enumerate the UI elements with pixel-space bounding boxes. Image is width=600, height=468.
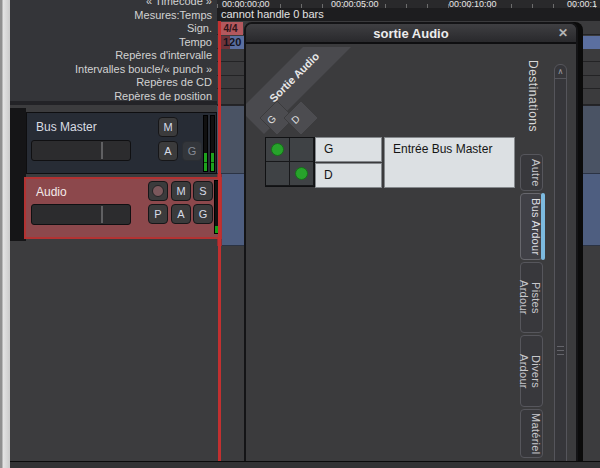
group-button[interactable]: G (182, 141, 202, 161)
matrix-cell[interactable] (290, 138, 313, 161)
gain-fader[interactable] (31, 204, 131, 225)
matrix-cell[interactable] (290, 162, 313, 185)
timecode-ruler[interactable]: 00:00:00:00 00:00:05:00 00:00:10:00 00:0… (217, 0, 600, 8)
level-meter-right (210, 115, 215, 172)
solo-button[interactable]: S (193, 181, 213, 201)
matrix-cell[interactable] (266, 138, 289, 161)
ruler-label-timecode[interactable]: « Timecode » (12, 0, 212, 8)
track-header-bus-master[interactable]: Bus Master M A G (26, 112, 217, 174)
playlist-button[interactable]: P (148, 204, 168, 224)
track-name-label[interactable]: Bus Master (36, 120, 97, 134)
scrollbar-grip[interactable] (557, 346, 564, 357)
matrix-source-title: Sortie Audio (267, 50, 322, 105)
matrix-destination-group: Entrée Bus Master (384, 137, 515, 188)
connection-dot[interactable] (271, 143, 284, 156)
window-bottom-edge (10, 461, 600, 468)
ruler-label-cd-markers[interactable]: Repères de CD (12, 75, 212, 89)
matrix-col-d: D (289, 113, 302, 126)
ruler-label-column: « Timecode » Mesures:Temps Sign. Tempo R… (10, 0, 217, 105)
ruler-label-signature[interactable]: Sign. (12, 21, 212, 35)
mute-button[interactable]: M (171, 181, 191, 201)
tab-pistes-ardour[interactable]: Pistes Ardour (520, 262, 543, 333)
close-icon[interactable]: ✕ (558, 24, 568, 43)
tab-divers-ardour[interactable]: Divers Ardour (520, 335, 543, 407)
measures-ruler[interactable]: cannot handle 0 bars (217, 8, 600, 21)
routing-matrix-grid (265, 137, 315, 187)
fader-handle[interactable] (101, 142, 103, 159)
tab-bus-ardour[interactable]: Bus Ardour (520, 193, 543, 260)
window-left-scrollbar[interactable] (0, 0, 10, 468)
level-meter-left (203, 115, 208, 172)
ruler-label-loop-punch[interactable]: Intervalles boucle/« punch » (12, 62, 212, 76)
mute-button[interactable]: M (158, 117, 178, 137)
gain-fader[interactable] (31, 140, 131, 161)
matrix-row-label-g: G (315, 137, 382, 162)
dialog-vertical-scrollbar[interactable]: ∧ (554, 64, 567, 468)
ruler-label-measures[interactable]: Mesures:Temps (12, 8, 212, 22)
edit-area-left-edge (218, 21, 221, 462)
connection-dot[interactable] (295, 167, 308, 180)
signature-marker[interactable]: 4/4 (218, 22, 243, 35)
dialog-title: sortie Audio (246, 24, 576, 43)
matrix-row-label-d: D (315, 163, 382, 188)
tab-materiel[interactable]: Matériel (520, 409, 543, 458)
automation-button[interactable]: A (158, 141, 178, 161)
ardour-editor-window: « Timecode » Mesures:Temps Sign. Tempo R… (0, 0, 600, 468)
ruler-label-range-markers[interactable]: Repères d'intervalle (12, 48, 212, 62)
group-button[interactable]: G (193, 204, 213, 224)
destinations-heading: Destinations (522, 60, 540, 150)
track-header-audio[interactable]: Audio M S P A G (24, 177, 222, 239)
automation-button[interactable]: A (171, 204, 191, 224)
dialog-titlebar[interactable]: sortie Audio ✕ (246, 24, 576, 44)
fader-handle[interactable] (101, 206, 103, 223)
tab-autre[interactable]: Autre (520, 154, 543, 191)
matrix-col-g: G (265, 113, 278, 126)
selected-tab-accent (541, 193, 545, 260)
scroll-up-icon[interactable]: ∧ (555, 65, 566, 79)
record-arm-button[interactable] (148, 181, 168, 201)
ruler-label-tempo[interactable]: Tempo (12, 35, 212, 49)
track-name-label[interactable]: Audio (36, 185, 67, 199)
ruler-label-location-markers[interactable]: Repères de position (12, 89, 212, 103)
routing-dialog: sortie Audio ✕ Sortie Audio G D G D Entr… (244, 22, 578, 468)
matrix-cell[interactable] (266, 162, 289, 185)
record-icon (152, 185, 164, 197)
